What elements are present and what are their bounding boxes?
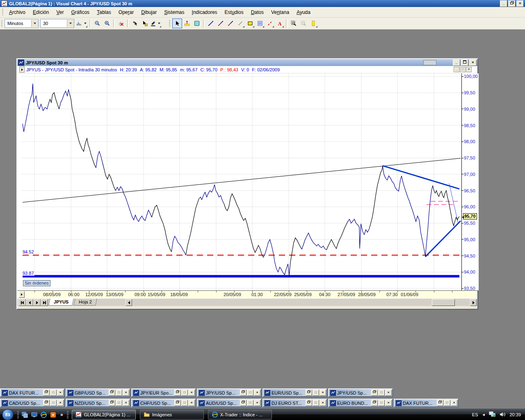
internet-explorer-icon[interactable] bbox=[40, 411, 48, 419]
maximize-button[interactable]: □ bbox=[116, 400, 122, 406]
maximize-button[interactable]: □ bbox=[50, 400, 57, 406]
sheet-tab-hoja2[interactable]: Hoja 2 bbox=[73, 299, 97, 306]
chart-window-titlebar[interactable]: JPY/USD Spot 30 m _ × bbox=[17, 59, 477, 66]
column-highlight-button[interactable] bbox=[308, 18, 318, 28]
restore-button[interactable] bbox=[371, 400, 378, 406]
maximize-button[interactable]: □ bbox=[50, 390, 57, 396]
child-maximize-button[interactable]: □ bbox=[460, 67, 466, 72]
minimized-window-jpyusdsp[interactable]: JPY/USD Sp...□× bbox=[197, 388, 262, 397]
close-button[interactable]: × bbox=[254, 400, 260, 406]
close-button[interactable]: × bbox=[516, 0, 524, 7]
hscroll-right-button[interactable] bbox=[470, 299, 477, 306]
menu-item-archivo[interactable]: Archivo bbox=[5, 8, 29, 16]
toolbar-grip[interactable] bbox=[169, 20, 171, 27]
chevron-down-icon[interactable] bbox=[31, 20, 38, 27]
zoom-region-button[interactable] bbox=[289, 18, 299, 28]
taskband-grip[interactable] bbox=[67, 411, 68, 418]
minimized-window-jpyeurspo[interactable]: JPY/EUR Spo...□× bbox=[131, 388, 196, 397]
minimized-window-djeurost[interactable]: DJ EURO ST...□× bbox=[262, 399, 327, 407]
show-desktop-icon[interactable] bbox=[30, 411, 38, 419]
restore-button[interactable] bbox=[508, 0, 516, 7]
toolbar-grip[interactable] bbox=[1, 20, 3, 27]
restore-button[interactable] bbox=[306, 400, 312, 406]
restore-button[interactable] bbox=[240, 390, 247, 396]
menu-item-dibujar[interactable]: Dibujar bbox=[137, 8, 160, 16]
close-button[interactable]: × bbox=[320, 400, 326, 406]
price-axis[interactable]: 100,0099,5099,0098,5098,0097,5097,0096,5… bbox=[461, 73, 479, 290]
axis-corner-button[interactable] bbox=[19, 291, 25, 298]
network-icon[interactable] bbox=[489, 411, 496, 418]
taskbar-button-global2pgina1[interactable]: GLOBAL2(Página 1) ... bbox=[72, 410, 136, 420]
first-sheet-button[interactable] bbox=[18, 299, 26, 306]
maximize-button[interactable]: □ bbox=[181, 400, 188, 406]
tray-collapse-icon[interactable]: ◄ bbox=[482, 413, 486, 417]
restore-button[interactable] bbox=[437, 400, 443, 406]
maximize-button[interactable]: □ bbox=[313, 390, 319, 396]
maximize-button[interactable]: □ bbox=[247, 390, 253, 396]
sheet-tab-jpyus[interactable]: JPYUS bbox=[48, 299, 74, 306]
menu-item-ver[interactable]: Ver bbox=[52, 8, 67, 16]
measure-pin-button[interactable] bbox=[182, 18, 192, 28]
close-button[interactable]: × bbox=[57, 390, 64, 396]
minimized-window-nzdusdsp[interactable]: NZD/USD Sp...□× bbox=[66, 399, 130, 407]
close-button[interactable]: × bbox=[320, 390, 326, 396]
minimized-window-chfusdsp[interactable]: CHF/USD Sp...□× bbox=[131, 399, 196, 407]
chart-maximize-button[interactable] bbox=[461, 59, 468, 66]
restore-button[interactable] bbox=[109, 400, 115, 406]
close-button[interactable]: × bbox=[123, 390, 129, 396]
quicklaunch-overflow-chevron[interactable]: » bbox=[60, 412, 63, 418]
crosshair-pointer-button[interactable] bbox=[130, 18, 140, 28]
maximize-button[interactable]: □ bbox=[378, 390, 385, 396]
draw-line-button[interactable] bbox=[206, 18, 216, 28]
minimized-window-daxfutur[interactable]: DAX FUTUR...□× bbox=[394, 399, 459, 407]
taskbar-button-xtraderindice[interactable]: X-Trader :: Indice - ... bbox=[208, 410, 272, 420]
hscroll-thumb[interactable] bbox=[432, 299, 455, 306]
child-minimize-button[interactable]: _ bbox=[454, 67, 459, 72]
restore-button[interactable] bbox=[109, 390, 115, 396]
volume-icon[interactable] bbox=[500, 412, 506, 418]
menu-item-grficos[interactable]: Gráficos bbox=[67, 8, 93, 16]
minimized-window-eurobund[interactable]: EURO BUND...□× bbox=[328, 399, 393, 407]
maximize-button[interactable]: □ bbox=[313, 400, 319, 406]
restore-button[interactable] bbox=[371, 390, 378, 396]
chevron-down-icon[interactable] bbox=[67, 20, 74, 27]
draw-text-box-button[interactable] bbox=[255, 18, 265, 28]
restore-button[interactable] bbox=[306, 390, 312, 396]
restore-button[interactable] bbox=[43, 390, 50, 396]
close-button[interactable]: × bbox=[385, 400, 392, 406]
zoom-in-button[interactable] bbox=[102, 18, 112, 28]
menu-item-tablas[interactable]: Tablas bbox=[93, 8, 115, 16]
restore-button[interactable] bbox=[174, 400, 181, 406]
restore-button[interactable] bbox=[174, 390, 181, 396]
draw-point-line-button[interactable] bbox=[265, 18, 275, 28]
child-close-button[interactable]: × bbox=[466, 67, 472, 72]
prev-sheet-button[interactable] bbox=[26, 299, 33, 306]
restore-button[interactable] bbox=[240, 400, 247, 406]
start-button[interactable] bbox=[2, 409, 14, 420]
draw-trend-line2-button[interactable] bbox=[226, 18, 235, 28]
maximize-button[interactable]: □ bbox=[181, 390, 188, 396]
select-pointer-button[interactable] bbox=[172, 18, 182, 28]
menu-item-sistemas[interactable]: Sistemas bbox=[160, 8, 188, 16]
pointer-note-button[interactable] bbox=[140, 18, 150, 28]
chart-minimize-button[interactable]: _ bbox=[453, 59, 460, 66]
interval-combo[interactable]: 30 bbox=[40, 19, 74, 28]
chart-type-button[interactable] bbox=[76, 18, 88, 28]
maximize-button[interactable]: □ bbox=[444, 400, 450, 406]
close-button[interactable]: × bbox=[188, 390, 195, 396]
minimized-window-cadusdsp[interactable]: CAD/USD Sp...□× bbox=[0, 399, 65, 407]
remove-indicator-button[interactable] bbox=[116, 18, 126, 28]
maximize-button[interactable]: □ bbox=[378, 400, 385, 406]
time-axis[interactable]: 08/05/0906:0012/05/0913/05/0909:0015/05/… bbox=[17, 290, 477, 298]
draw-trend-line-button[interactable] bbox=[216, 18, 226, 28]
quicklaunch-grip[interactable] bbox=[17, 411, 19, 418]
draw-text-button[interactable]: A bbox=[275, 18, 285, 28]
close-button[interactable]: × bbox=[123, 400, 129, 406]
clock[interactable]: 20:39 bbox=[509, 412, 521, 417]
media-player-icon[interactable] bbox=[49, 411, 57, 419]
minimize-button[interactable]: _ bbox=[500, 0, 507, 7]
chart-close-button[interactable]: × bbox=[469, 59, 477, 66]
draw-rect-button[interactable] bbox=[245, 18, 255, 28]
language-indicator[interactable]: ES bbox=[472, 412, 478, 417]
close-button[interactable]: × bbox=[57, 400, 64, 406]
